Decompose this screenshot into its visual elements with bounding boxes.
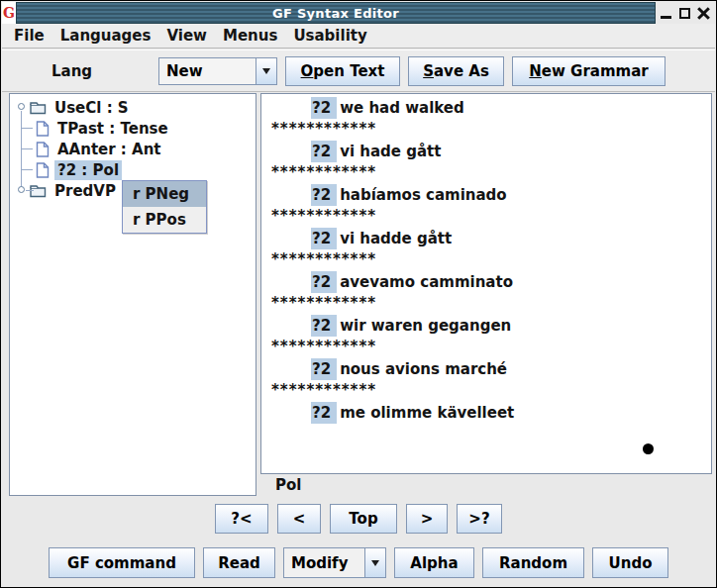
chevron-down-icon bbox=[262, 68, 270, 78]
output-sentence: ?2wir waren gegangen bbox=[261, 315, 711, 337]
modify-select-value: Modify bbox=[284, 548, 364, 577]
prev-metavar-button[interactable]: ?< bbox=[215, 504, 268, 534]
sentence-text[interactable]: vi hadde gått bbox=[340, 230, 452, 247]
tree-node-aanter[interactable]: AAnter : Ant bbox=[10, 139, 256, 159]
gf-logo-letter: G bbox=[3, 5, 15, 21]
window-controls bbox=[656, 2, 715, 24]
tree-line bbox=[21, 128, 33, 129]
tree-node-label[interactable]: UseCl : S bbox=[51, 98, 132, 118]
output-sentence: ?2nous avions marché bbox=[261, 358, 711, 380]
tree-node-tpast[interactable]: TPast : Tense bbox=[10, 118, 256, 139]
tree-node-label[interactable]: AAnter : Ant bbox=[54, 140, 164, 159]
separator-line: ************ bbox=[261, 380, 711, 402]
output-sentence: ?2avevamo camminato bbox=[261, 271, 711, 293]
minimize-icon[interactable] bbox=[660, 7, 672, 20]
random-button[interactable]: Random bbox=[482, 547, 584, 578]
menu-usability[interactable]: Usability bbox=[285, 25, 374, 47]
lang-select-value: New bbox=[159, 58, 256, 84]
sentence-text[interactable]: habíamos caminado bbox=[340, 186, 507, 204]
top-button[interactable]: Top bbox=[330, 504, 397, 534]
focus-token[interactable]: ?2 bbox=[311, 184, 337, 206]
lang-select-arrow-button[interactable] bbox=[256, 58, 276, 84]
modify-select-arrow-button[interactable] bbox=[364, 548, 385, 577]
save-as-button[interactable]: Save As bbox=[408, 56, 504, 86]
output-sentence: ?2vi hade gått bbox=[261, 141, 711, 162]
tree-node-pol-selected[interactable]: ?2 : Pol bbox=[10, 159, 256, 180]
command-bar: GF command Read Modify Alpha Random Undo bbox=[1, 547, 716, 578]
output-sentence: ?2we had walked bbox=[261, 97, 711, 119]
menu-file[interactable]: File bbox=[6, 25, 52, 47]
popup-item-ppos[interactable]: r PPos bbox=[123, 207, 206, 233]
toolbar: Lang New Open Text Save As New Grammar bbox=[2, 49, 715, 92]
separator-line: ************ bbox=[261, 119, 711, 141]
sentence-text[interactable]: avevamo camminato bbox=[340, 273, 513, 291]
window-title: GF Syntax Editor bbox=[272, 6, 399, 21]
status-category-label: Pol bbox=[275, 476, 301, 496]
gf-command-button[interactable]: GF command bbox=[49, 547, 195, 578]
output-sentence: ?2habíamos caminado bbox=[261, 184, 711, 206]
syntax-tree-panel[interactable]: UseCl : S TPast : Tense AAnter : Ant ?2 … bbox=[9, 93, 256, 496]
black-dot bbox=[643, 443, 654, 454]
folder-icon bbox=[30, 101, 47, 115]
alpha-button[interactable]: Alpha bbox=[394, 547, 474, 578]
gf-syntax-editor-window: G GF Syntax Editor File Languages View M… bbox=[0, 0, 717, 588]
output-sentence: ?2vi hadde gått bbox=[261, 228, 711, 249]
separator-line: ************ bbox=[261, 293, 711, 315]
popup-item-pneg[interactable]: r PNeg bbox=[123, 181, 206, 207]
new-grammar-button[interactable]: New Grammar bbox=[512, 56, 666, 86]
gf-logo: G bbox=[2, 2, 16, 24]
navigation-bar: ?< < Top > >? bbox=[1, 504, 716, 534]
sentence-text[interactable]: vi hade gått bbox=[340, 143, 441, 160]
lang-select[interactable]: New bbox=[158, 57, 277, 85]
output-sentence: ?2me olimme kävelleet bbox=[261, 402, 711, 424]
sentence-text[interactable]: wir waren gegangen bbox=[340, 317, 511, 335]
tree-node-root[interactable]: UseCl : S bbox=[10, 97, 256, 118]
focus-token[interactable]: ?2 bbox=[311, 315, 337, 337]
chevron-down-icon bbox=[371, 560, 379, 570]
titlebar: G GF Syntax Editor bbox=[2, 2, 715, 24]
linearization-panel[interactable]: ?2we had walked ************ ?2vi hade g… bbox=[260, 93, 712, 474]
tree-collapsed-handle-icon[interactable] bbox=[18, 186, 25, 193]
separator-line: ************ bbox=[261, 162, 711, 184]
open-text-button[interactable]: Open Text bbox=[285, 56, 400, 86]
prev-button[interactable]: < bbox=[277, 504, 321, 534]
focus-token[interactable]: ?2 bbox=[311, 358, 337, 380]
focus-token[interactable]: ?2 bbox=[311, 271, 337, 293]
file-icon bbox=[36, 162, 50, 178]
focus-token[interactable]: ?2 bbox=[311, 141, 337, 162]
close-icon[interactable] bbox=[697, 7, 710, 20]
separator-line: ************ bbox=[261, 206, 711, 228]
file-icon bbox=[36, 121, 50, 137]
menu-view[interactable]: View bbox=[158, 25, 215, 47]
sentence-text[interactable]: me olimme kävelleet bbox=[340, 404, 514, 422]
tree-line bbox=[21, 169, 33, 170]
focus-token[interactable]: ?2 bbox=[311, 97, 337, 119]
tree-node-label[interactable]: TPast : Tense bbox=[54, 119, 171, 139]
maximize-icon[interactable] bbox=[678, 7, 691, 20]
focus-token[interactable]: ?2 bbox=[311, 402, 337, 424]
modify-select[interactable]: Modify bbox=[283, 547, 386, 578]
next-metavar-button[interactable]: >? bbox=[457, 504, 502, 534]
menu-bar: File Languages View Menus Usability bbox=[2, 24, 715, 49]
read-button[interactable]: Read bbox=[203, 547, 275, 578]
focus-token[interactable]: ?2 bbox=[311, 228, 337, 249]
separator-line: ************ bbox=[261, 337, 711, 358]
menu-menus[interactable]: Menus bbox=[215, 25, 285, 47]
lang-label: Lang bbox=[51, 62, 158, 80]
next-button[interactable]: > bbox=[406, 504, 448, 534]
title-strip[interactable]: GF Syntax Editor bbox=[16, 2, 656, 24]
file-icon bbox=[36, 142, 50, 157]
tree-line bbox=[21, 148, 33, 149]
refinement-popup-menu: r PNeg r PPos bbox=[122, 180, 207, 234]
tree-expanded-handle-icon[interactable] bbox=[18, 103, 25, 110]
tree-node-label[interactable]: PredVP bbox=[51, 181, 119, 201]
separator-line: ************ bbox=[261, 249, 711, 271]
tree-line bbox=[26, 190, 34, 191]
sentence-text[interactable]: nous avions marché bbox=[340, 360, 507, 378]
tree-node-label-selected[interactable]: ?2 : Pol bbox=[54, 160, 122, 180]
sentence-text[interactable]: we had walked bbox=[340, 99, 464, 117]
undo-button[interactable]: Undo bbox=[592, 547, 668, 578]
menu-languages[interactable]: Languages bbox=[52, 25, 159, 47]
